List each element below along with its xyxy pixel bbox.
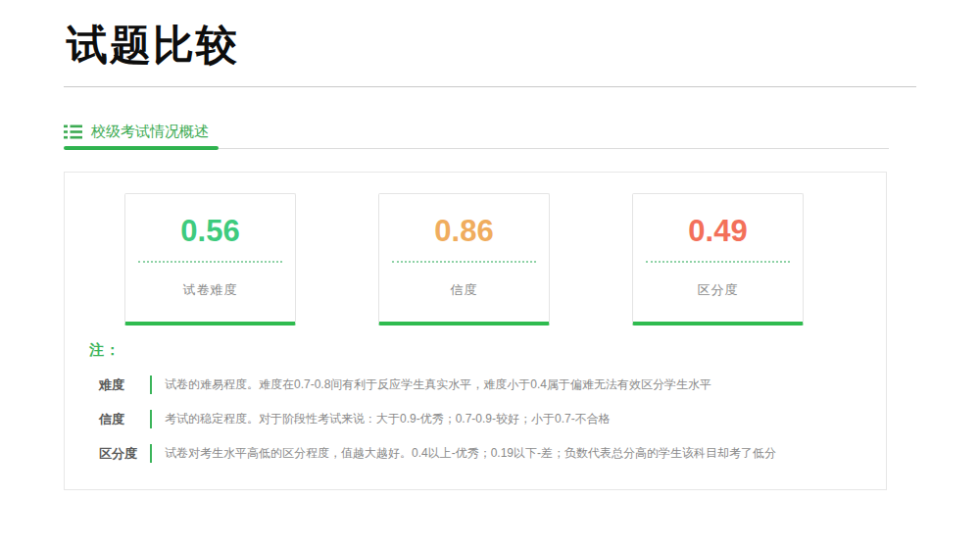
metric-value: 0.49	[633, 216, 803, 246]
metric-card-discrimination: 0.49 区分度	[632, 193, 804, 326]
dotted-divider	[392, 261, 536, 263]
tabbar-divider	[219, 148, 889, 149]
active-tab-indicator	[64, 146, 219, 150]
slide: 试题比较 校级考试情况概述 0.56 试卷难度	[0, 0, 980, 551]
note-description: 试卷的难易程度。难度在0.7-0.8间有利于反应学生真实水平，难度小于0.4属于…	[150, 376, 711, 394]
metric-value: 0.86	[379, 216, 549, 246]
title-divider	[64, 86, 916, 87]
metric-card-reliability: 0.86 信度	[378, 193, 550, 326]
metric-label: 信度	[379, 281, 549, 299]
notes-section: 注： 难度 试卷的难易程度。难度在0.7-0.8间有利于反应学生真实水平，难度小…	[89, 341, 863, 463]
note-term: 难度	[89, 376, 150, 394]
dotted-divider	[138, 261, 282, 263]
tab-label: 校级考试情况概述	[91, 123, 209, 141]
section-tabbar: 校级考试情况概述	[64, 116, 889, 153]
note-description: 试卷对考生水平高低的区分程度，值越大越好。0.4以上-优秀；0.19以下-差；负…	[150, 444, 776, 463]
page-title: 试题比较	[67, 22, 239, 69]
note-term: 区分度	[89, 444, 150, 463]
note-description: 考试的稳定程度。对于阶段性考试来说：大于0.9-优秀；0.7-0.9-较好；小于…	[150, 410, 611, 428]
metric-cards: 0.56 试卷难度 0.86 信度 0.49 区分度	[124, 193, 804, 326]
note-row-reliability: 信度 考试的稳定程度。对于阶段性考试来说：大于0.9-优秀；0.7-0.9-较好…	[89, 410, 863, 428]
metric-card-difficulty: 0.56 试卷难度	[124, 193, 296, 326]
note-row-difficulty: 难度 试卷的难易程度。难度在0.7-0.8间有利于反应学生真实水平，难度小于0.…	[89, 376, 863, 394]
note-term: 信度	[89, 410, 150, 428]
notes-heading: 注：	[89, 341, 863, 360]
tab-school-exam-overview[interactable]: 校级考试情况概述	[64, 116, 889, 147]
metric-value: 0.56	[125, 216, 295, 246]
note-row-discrimination: 区分度 试卷对考生水平高低的区分程度，值越大越好。0.4以上-优秀；0.19以下…	[89, 444, 863, 463]
dotted-divider	[646, 261, 790, 263]
metric-label: 试卷难度	[125, 281, 295, 299]
list-icon	[64, 125, 82, 139]
overview-panel: 0.56 试卷难度 0.86 信度 0.49 区分度 注： 难度 试卷的难易程度…	[64, 172, 887, 490]
metric-label: 区分度	[633, 281, 803, 299]
